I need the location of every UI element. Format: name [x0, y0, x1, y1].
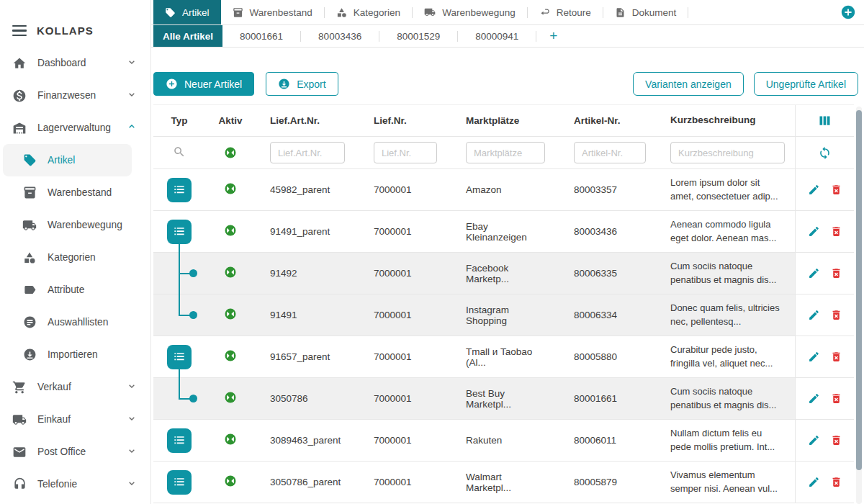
new-article-button[interactable]: Neuer Artikel	[153, 72, 254, 96]
list-icon	[172, 350, 186, 364]
category-shapes-icon	[22, 251, 37, 265]
cell-marktplatz: Ebay Kleinanzeigen	[451, 211, 559, 252]
active-status-icon	[224, 433, 237, 448]
cell-lief-nr: 7000001	[359, 211, 451, 252]
sidebar-item-dashboard[interactable]: Dashboard	[0, 47, 150, 79]
trash-icon	[830, 225, 842, 238]
sidebar-item-post-office[interactable]: Post Office	[0, 436, 150, 468]
delete-button[interactable]	[830, 351, 842, 363]
list-icon	[172, 225, 186, 239]
sidebar-item-kategorien[interactable]: Kategorien	[0, 241, 150, 274]
sidebar-item-lagerverwaltung[interactable]: Lagerverwaltung	[0, 112, 150, 144]
sidebar-item-warenbewegung[interactable]: Warenbewegung	[0, 209, 150, 241]
sidebar-item-importieren[interactable]: Importieren	[0, 338, 150, 371]
subtab-article[interactable]: 80001529	[379, 25, 457, 47]
add-subtab-button[interactable]: +	[536, 25, 570, 47]
chevron-down-icon	[126, 56, 138, 71]
trash-icon	[830, 351, 842, 363]
tab-warenbewegung[interactable]: Warenbewegung	[413, 0, 527, 24]
header-lief-art-nr: Lief.Art.Nr.	[256, 105, 359, 136]
table-row[interactable]: 91492 7000001 Facebook Marketp... 800063…	[153, 253, 854, 294]
delete-button[interactable]	[830, 184, 842, 196]
column-settings-button[interactable]	[817, 113, 832, 128]
subtab-article[interactable]: 80001661	[222, 25, 300, 47]
edit-button[interactable]	[808, 392, 820, 405]
edit-button[interactable]	[808, 476, 820, 488]
sidebar-item-attribute[interactable]: Attribute	[0, 274, 150, 306]
filter-marktplaetze-input[interactable]	[466, 142, 545, 163]
show-variants-button[interactable]: Varianten anzeigen	[633, 72, 744, 96]
tab-artikel[interactable]: Artikel	[153, 0, 221, 24]
filter-lief-art-nr-input[interactable]	[270, 142, 345, 163]
checklist-circle-icon	[22, 315, 37, 330]
sidebar-item-verkauf[interactable]: Verkauf	[0, 371, 150, 403]
edit-button[interactable]	[808, 184, 820, 196]
parent-article-icon[interactable]	[167, 345, 192, 369]
table-row[interactable]: 3050786 7000001 Best Buy Marketpl... 800…	[153, 378, 854, 420]
edit-button[interactable]	[808, 434, 820, 446]
sidebar-item-auswahllisten[interactable]: Auswahllisten	[0, 306, 150, 338]
active-status-icon	[224, 349, 237, 364]
refresh-button[interactable]	[818, 146, 832, 160]
tab-dokument[interactable]: Dokument	[603, 0, 688, 24]
cell-marktplatz: Walmart Marketpl...	[451, 462, 559, 503]
cell-kurzbeschreibung: Aenean commodo ligula eget dolor. Aenean…	[660, 211, 795, 252]
delete-button[interactable]	[830, 392, 842, 405]
tab-retoure[interactable]: Retoure	[528, 0, 603, 24]
unchecked-articles-button[interactable]: Ungeprüfte Artikel	[754, 72, 858, 96]
chevron-up-icon	[126, 121, 138, 135]
sidebar-item-warenbestand[interactable]: Warenbestand	[0, 176, 150, 209]
filter-lief-nr-input[interactable]	[374, 142, 437, 163]
table-row[interactable]: 91491 7000001 Instagram Shopping 8000633…	[153, 294, 854, 336]
table-row[interactable]: 91491_parent 7000001 Ebay Kleinanzeigen …	[153, 211, 854, 253]
parent-article-icon[interactable]	[167, 470, 192, 495]
delete-button[interactable]	[830, 267, 842, 279]
filter-artikel-nr-input[interactable]	[574, 142, 646, 163]
toolbar: Neuer Artikel Export Varianten anzeigen …	[151, 72, 864, 96]
search-icon	[173, 145, 186, 161]
sidebar-item-telefonie[interactable]: Telefonie	[0, 468, 150, 500]
delete-button[interactable]	[830, 434, 842, 446]
cell-artikel-nr: 80003357	[559, 169, 660, 210]
tree-connector	[179, 252, 180, 294]
subtab-article[interactable]: 80003436	[301, 25, 379, 47]
edit-button[interactable]	[808, 309, 820, 321]
filter-kurzbeschreibung-input[interactable]	[670, 142, 785, 163]
scrollbar-thumb[interactable]	[856, 110, 862, 470]
table-row[interactable]: 45982_parent 7000001 Amazon 80003357 Lor…	[153, 169, 854, 211]
aktiv-filter-toggle[interactable]	[224, 146, 237, 159]
edit-button[interactable]	[808, 267, 820, 279]
subtab-article[interactable]: 80000941	[458, 25, 536, 47]
parent-article-icon[interactable]	[167, 428, 192, 453]
child-node-dot	[189, 395, 197, 402]
edit-button[interactable]	[808, 225, 820, 238]
parent-article-icon[interactable]	[167, 220, 192, 244]
cell-lief-art-nr: 91492	[256, 253, 359, 294]
child-node-dot	[189, 311, 197, 319]
delete-button[interactable]	[830, 309, 842, 321]
table-row[interactable]: 3050786_parent 7000001 Walmart Marketpl.…	[153, 462, 854, 503]
dollar-icon	[12, 89, 27, 103]
sidebar-item-artikel[interactable]: Artikel	[3, 144, 132, 176]
table-row[interactable]: 3089463_parent 7000001 Rakuten 80006011 …	[153, 420, 854, 462]
trash-icon	[830, 392, 842, 405]
category-shapes-icon	[336, 7, 347, 18]
parent-article-icon[interactable]	[167, 178, 192, 202]
trash-icon	[830, 476, 842, 488]
delete-button[interactable]	[830, 476, 842, 488]
sidebar-item-einkauf[interactable]: Einkauf	[0, 403, 150, 436]
active-status-icon	[224, 224, 237, 239]
trash-icon	[830, 309, 842, 321]
header-kurzbeschreibung: Kurzbeschreibung	[660, 105, 795, 136]
tab-warenbestand[interactable]: Warenbestand	[221, 0, 324, 24]
table-row[interactable]: 91657_parent 7000001 Tmall и Taobao (Al.…	[153, 336, 854, 378]
tab-kategorien[interactable]: Kategorien	[325, 0, 412, 24]
export-button[interactable]: Export	[266, 72, 338, 96]
subtab-alle-artikel[interactable]: Alle Artikel	[153, 25, 222, 47]
delete-button[interactable]	[830, 225, 842, 238]
sidebar-item-finanzwesen[interactable]: Finanzwesen	[0, 79, 150, 112]
hamburger-menu-icon[interactable]	[12, 25, 27, 37]
add-tab-button[interactable]	[840, 4, 856, 20]
chevron-down-icon	[126, 445, 138, 459]
edit-button[interactable]	[808, 351, 820, 363]
